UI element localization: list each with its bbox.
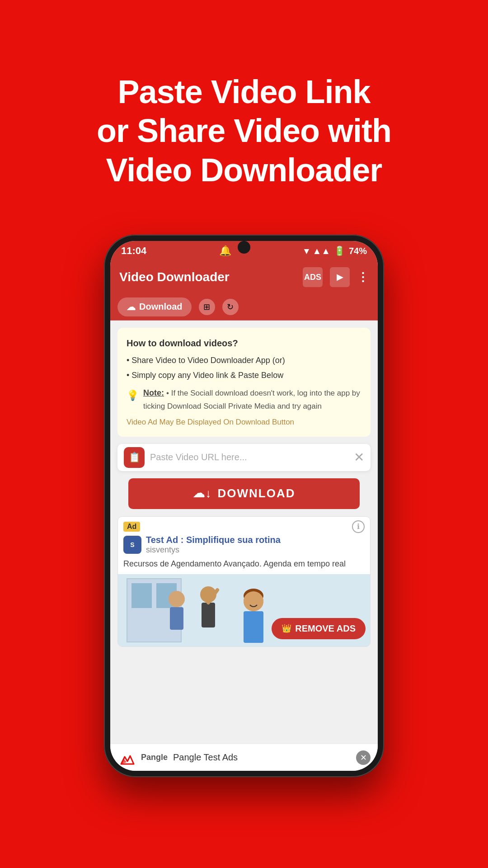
- refresh-icon: ↻: [227, 302, 234, 312]
- url-placeholder: Paste Video URL here...: [150, 452, 348, 462]
- hero-line2: or Share Video with: [36, 111, 452, 150]
- remove-ads-button[interactable]: 👑 REMOVE ADS: [272, 618, 366, 639]
- ads-label: ADS: [304, 273, 321, 282]
- download-label: DOWNLOAD: [218, 486, 296, 500]
- pangle-brand: Pangle: [141, 753, 168, 762]
- play-button[interactable]: ▶: [330, 267, 350, 287]
- wifi-icon: ▾: [304, 245, 309, 256]
- note-content: Note: • If the Sociall download doesn't …: [143, 387, 361, 413]
- url-input-row: 📋 Paste Video URL here... ✕: [117, 444, 371, 471]
- info-step-2: • Simply copy any Video link & Paste Bel…: [127, 369, 361, 382]
- ad-info-icon[interactable]: ℹ: [352, 520, 365, 533]
- svg-rect-2: [131, 583, 152, 608]
- paste-button[interactable]: 📋: [124, 447, 145, 468]
- signal-icon: ▲▲: [312, 246, 330, 256]
- ad-description: Recursos de Agendamento Avançado. Agenda…: [118, 558, 370, 574]
- svg-point-4: [169, 591, 185, 607]
- ad-header: Ad ℹ: [118, 517, 370, 535]
- phone-wrapper: 11:04 🔔 ▾ ▲▲ 🔋 74% Video Downloader ADS: [0, 235, 488, 777]
- info-card: How to download videos? • Share Video to…: [117, 328, 371, 436]
- bottom-ad-bar: Pangle Pangle Test Ads ✕: [110, 744, 378, 771]
- phone-shell: 11:04 🔔 ▾ ▲▲ 🔋 74% Video Downloader ADS: [104, 235, 384, 777]
- download-tab-icon: ☁: [127, 302, 136, 312]
- svg-rect-5: [170, 607, 183, 630]
- close-icon: ✕: [360, 753, 367, 763]
- battery-percent: 74%: [349, 246, 367, 256]
- note-text: • If the Sociall download doesn't work, …: [143, 389, 360, 410]
- bulb-icon: 💡: [127, 387, 139, 403]
- svg-rect-12: [244, 611, 263, 643]
- app-title: Video Downloader: [119, 270, 303, 284]
- svg-rect-7: [202, 603, 215, 627]
- screen-content: 11:04 🔔 ▾ ▲▲ 🔋 74% Video Downloader ADS: [110, 241, 378, 771]
- app-toolbar: Video Downloader ADS ▶ ⋮: [110, 261, 378, 293]
- download-button[interactable]: ☁↓ DOWNLOAD: [128, 478, 360, 509]
- info-step-1: • Share Video to Video Downloader App (o…: [127, 354, 361, 367]
- pangle-icon-svg: [117, 748, 137, 768]
- note-label: Note:: [143, 388, 164, 397]
- info-card-title: How to download videos?: [127, 336, 361, 350]
- remove-ads-label: REMOVE ADS: [295, 623, 356, 634]
- status-time: 11:04: [121, 245, 146, 257]
- download-tab-label: Download: [139, 302, 183, 312]
- pangle-logo: Pangle: [117, 748, 168, 768]
- phone-notch: [238, 241, 250, 254]
- ad-company-sub: sisventys: [146, 545, 281, 555]
- hero-line1: Paste Video Link: [36, 72, 452, 111]
- download-icon: ☁↓: [193, 486, 212, 500]
- toolbar-icons: ADS ▶ ⋮: [303, 267, 369, 287]
- tab-bar: ☁ Download ⊞ ↻: [110, 293, 378, 321]
- tab-download[interactable]: ☁ Download: [117, 297, 192, 316]
- ad-banner: Ad ℹ S Test Ad : Simplifique sua rotina …: [117, 516, 371, 647]
- ad-company-info: Test Ad : Simplifique sua rotina sisvent…: [146, 535, 281, 555]
- hero-text: Paste Video Link or Share Video with Vid…: [0, 0, 488, 217]
- ads-button[interactable]: ADS: [303, 267, 323, 287]
- tab-refresh[interactable]: ↻: [222, 299, 239, 315]
- more-button[interactable]: ⋮: [357, 270, 369, 284]
- paste-icon: 📋: [128, 452, 141, 463]
- info-note-row: 💡 Note: • If the Sociall download doesn'…: [127, 387, 361, 413]
- company-icon-letter: S: [130, 541, 134, 548]
- battery-icon: 🔋: [334, 245, 345, 256]
- phone-screen: 11:04 🔔 ▾ ▲▲ 🔋 74% Video Downloader ADS: [110, 241, 378, 771]
- ad-company-row: S Test Ad : Simplifique sua rotina sisve…: [118, 535, 370, 558]
- ad-company-icon: S: [123, 536, 141, 554]
- tab-grid[interactable]: ⊞: [199, 299, 215, 315]
- bottom-ad-label: Pangle Test Ads: [173, 752, 351, 763]
- ad-company-name: Test Ad : Simplifique sua rotina: [146, 535, 281, 545]
- clear-button[interactable]: ✕: [354, 450, 364, 465]
- status-notification: 🔔: [219, 245, 231, 257]
- bottom-ad-close-button[interactable]: ✕: [356, 750, 371, 765]
- ad-notice: Video Ad May Be Displayed On Download Bu…: [127, 416, 361, 428]
- ad-image: 👑 REMOVE ADS: [118, 574, 370, 646]
- hero-line3: Video Downloader: [36, 151, 452, 189]
- play-icon: ▶: [337, 272, 343, 282]
- status-icons: ▾ ▲▲ 🔋 74%: [304, 245, 367, 256]
- ad-label: Ad: [123, 522, 140, 532]
- grid-icon: ⊞: [203, 302, 210, 312]
- svg-point-11: [244, 591, 263, 611]
- crown-icon: 👑: [282, 623, 291, 633]
